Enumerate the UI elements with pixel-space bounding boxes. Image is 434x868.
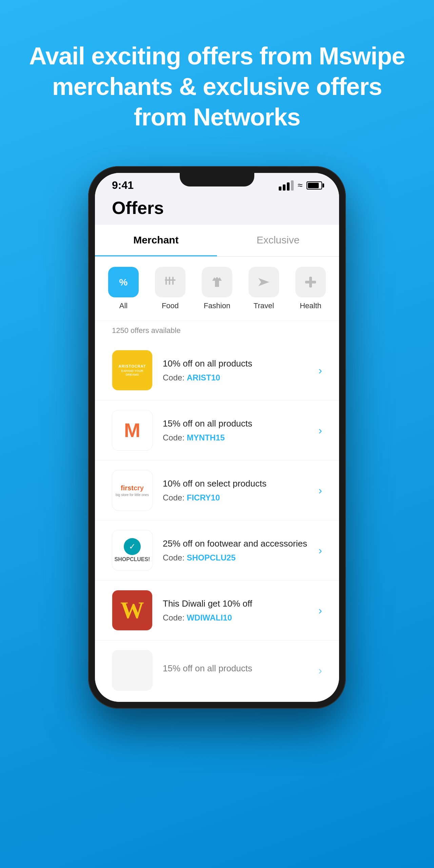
hero-section: Avail exciting offers from Mswipe mercha… bbox=[0, 0, 434, 159]
offer-code-row-firstcry: Code: FICRY10 bbox=[163, 493, 308, 502]
svg-text:M: M bbox=[124, 419, 140, 441]
offer-code-myntra: MYNTH15 bbox=[187, 433, 225, 442]
category-health-icon bbox=[295, 267, 326, 297]
offer-code-row-aristocrat: Code: ARIST10 bbox=[163, 373, 308, 382]
chevron-right-icon-shopclues: › bbox=[318, 544, 322, 557]
offer-title-firstcry: 10% off on select products bbox=[163, 478, 308, 490]
chevron-right-icon-partial: › bbox=[318, 664, 322, 677]
offer-logo-firstcry: firstcry big store for little ones bbox=[112, 470, 153, 511]
battery-icon bbox=[307, 181, 322, 190]
phone-screen: 9:41 ≈ Offers Merchant Exclusive bbox=[95, 173, 339, 702]
category-all-label: All bbox=[119, 301, 127, 310]
offer-logo-w: W bbox=[112, 590, 153, 631]
offer-info-shopclues: 25% off on footwear and accessories Code… bbox=[163, 538, 308, 563]
offer-logo-myntra: M bbox=[112, 410, 153, 451]
phone-notch bbox=[180, 173, 254, 186]
category-food-icon bbox=[155, 267, 185, 297]
hero-text: Avail exciting offers from Mswipe mercha… bbox=[0, 0, 434, 159]
svg-rect-6 bbox=[305, 281, 316, 283]
offer-item-aristocrat[interactable]: ARISTOCRAT EXPAND YOUR DREAMS 10% off on… bbox=[95, 340, 339, 400]
offer-item-w[interactable]: W This Diwali get 10% off Code: WDIWALI1… bbox=[95, 580, 339, 640]
category-fashion-label: Fashion bbox=[204, 301, 230, 310]
tab-bar: Merchant Exclusive bbox=[95, 225, 339, 257]
offer-logo-partial bbox=[112, 650, 153, 691]
offer-info-myntra: 15% off on all products Code: MYNTH15 bbox=[163, 418, 308, 442]
chevron-right-icon-w: › bbox=[318, 604, 322, 617]
offer-item-firstcry[interactable]: firstcry big store for little ones 10% o… bbox=[95, 460, 339, 520]
chevron-right-icon: › bbox=[318, 364, 322, 377]
offer-title-w: This Diwali get 10% off bbox=[163, 598, 308, 610]
offer-code-firstcry: FICRY10 bbox=[187, 493, 220, 502]
offers-list: ARISTOCRAT EXPAND YOUR DREAMS 10% off on… bbox=[95, 340, 339, 702]
app-header: Offers bbox=[95, 194, 339, 225]
phone-frame: 9:41 ≈ Offers Merchant Exclusive bbox=[88, 166, 346, 709]
offer-title-partial: 15% off on all products bbox=[163, 663, 308, 674]
category-all[interactable]: % All bbox=[102, 267, 145, 310]
chevron-right-icon-firstcry: › bbox=[318, 484, 322, 497]
offer-info-partial: 15% off on all products bbox=[163, 663, 308, 678]
category-travel-label: Travel bbox=[254, 301, 274, 310]
offer-item-shopclues[interactable]: ✓ SHOPCLUES! 25% off on footwear and acc… bbox=[95, 520, 339, 580]
app-title: Offers bbox=[112, 198, 322, 225]
status-time: 9:41 bbox=[112, 179, 134, 192]
offer-info-firstcry: 10% off on select products Code: FICRY10 bbox=[163, 478, 308, 502]
offer-code-row-myntra: Code: MYNTH15 bbox=[163, 433, 308, 442]
tab-exclusive[interactable]: Exclusive bbox=[217, 225, 339, 256]
offer-info-w: This Diwali get 10% off Code: WDIWALI10 bbox=[163, 598, 308, 623]
category-fashion-icon bbox=[202, 267, 232, 297]
category-health[interactable]: Health bbox=[289, 267, 332, 310]
phone-wrapper: 9:41 ≈ Offers Merchant Exclusive bbox=[88, 166, 346, 709]
offer-code-row-w: Code: WDIWALI10 bbox=[163, 613, 308, 623]
status-icons: ≈ bbox=[279, 180, 322, 191]
category-food-label: Food bbox=[162, 301, 179, 310]
category-food[interactable]: Food bbox=[149, 267, 192, 310]
category-travel[interactable]: Travel bbox=[242, 267, 285, 310]
offer-title-shopclues: 25% off on footwear and accessories bbox=[163, 538, 308, 550]
offer-info-aristocrat: 10% off on all products Code: ARIST10 bbox=[163, 358, 308, 382]
signal-icon bbox=[279, 180, 294, 191]
svg-rect-4 bbox=[165, 279, 176, 281]
offer-code-aristocrat: ARIST10 bbox=[187, 373, 220, 382]
offer-item-myntra[interactable]: M 15% off on all products Code: MYNTH15 … bbox=[95, 400, 339, 460]
offer-logo-shopclues: ✓ SHOPCLUES! bbox=[112, 530, 153, 571]
offer-title-myntra: 15% off on all products bbox=[163, 418, 308, 430]
offer-title-aristocrat: 10% off on all products bbox=[163, 358, 308, 370]
wifi-icon: ≈ bbox=[298, 180, 302, 191]
category-filter-bar: % All Food bbox=[95, 257, 339, 320]
offer-code-shopclues: SHOPCLU25 bbox=[187, 553, 236, 562]
svg-text:%: % bbox=[119, 277, 128, 288]
offer-item-partial[interactable]: 15% off on all products › bbox=[95, 640, 339, 701]
offer-logo-aristocrat: ARISTOCRAT EXPAND YOUR DREAMS bbox=[112, 350, 153, 391]
category-all-icon: % bbox=[108, 267, 139, 297]
tab-merchant[interactable]: Merchant bbox=[95, 225, 217, 256]
chevron-right-icon-myntra: › bbox=[318, 424, 322, 437]
category-health-label: Health bbox=[300, 301, 321, 310]
offers-count: 1250 offers available bbox=[95, 320, 339, 340]
offer-code-row-shopclues: Code: SHOPCLU25 bbox=[163, 553, 308, 563]
offer-code-w: WDIWALI10 bbox=[187, 613, 232, 622]
category-travel-icon bbox=[249, 267, 279, 297]
category-fashion[interactable]: Fashion bbox=[195, 267, 239, 310]
